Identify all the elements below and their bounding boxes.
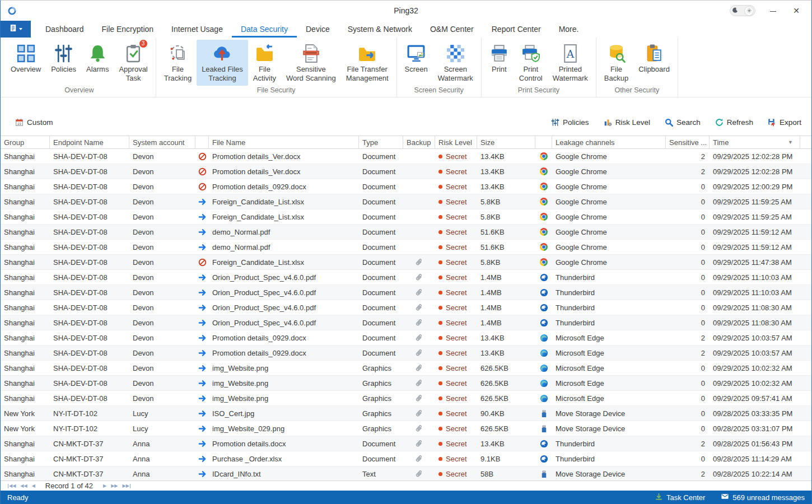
tab-report-center[interactable]: Report Center <box>483 21 550 38</box>
tab-o-m-center[interactable]: O&M Center <box>421 21 483 38</box>
ribbon-item-approval-task[interactable]: 3Approval Task <box>114 40 152 86</box>
cell-time: 09/29/2025 10:03:57 AM <box>710 330 800 345</box>
nav-next-page-button[interactable]: ▶▶ <box>109 482 120 491</box>
cell-type: Document <box>359 194 403 209</box>
unread-messages-button[interactable]: 569 unread messages <box>721 492 805 502</box>
column-header-group[interactable]: Group <box>1 136 50 148</box>
ribbon-item-print-control[interactable]: Print Control <box>514 40 548 86</box>
table-row[interactable]: ShanghaiSHA-DEV-DT-08DevonOrion_Product_… <box>1 270 811 285</box>
tab-more[interactable]: More. <box>550 21 588 38</box>
table-row[interactable]: ShanghaiSHA-DEV-DT-08Devonimg_Website.pn… <box>1 376 811 391</box>
table-row[interactable]: ShanghaiSHA-DEV-DT-08DevonPromotion deta… <box>1 330 811 346</box>
screen-icon <box>407 41 426 65</box>
cell-endpoint: SHA-DEV-DT-08 <box>50 376 129 390</box>
cell-channel: Thunderbird <box>552 451 666 466</box>
table-row[interactable]: ShanghaiSHA-DEV-DT-08DevonOrion_Product_… <box>1 285 811 300</box>
app-menu-button[interactable] <box>1 21 31 38</box>
cell-channel_icon <box>535 391 552 405</box>
ribbon-item-alarms[interactable]: Alarms <box>81 40 114 86</box>
table-row[interactable]: ShanghaiSHA-DEV-DT-08DevonPromotion deta… <box>1 149 811 164</box>
risk-dot <box>438 306 442 310</box>
nav-last-button[interactable]: ▶▶ <box>120 482 133 491</box>
tab-data-security[interactable]: Data Security <box>232 21 297 38</box>
column-header-file[interactable]: File Name <box>209 136 359 148</box>
task-center-button[interactable]: Task Center <box>655 492 705 502</box>
tab-dashboard[interactable]: Dashboard <box>36 21 93 38</box>
close-button[interactable]: ✕ <box>790 5 802 16</box>
table-row[interactable]: ShanghaiSHA-DEV-DT-08Devondemo_Normal.pd… <box>1 240 811 255</box>
ribbon-item-policies[interactable]: Policies <box>46 40 81 86</box>
ribbon-item-screen[interactable]: Screen <box>400 40 433 86</box>
table-row[interactable]: ShanghaiSHA-DEV-DT-08DevonPromotion deta… <box>1 346 811 361</box>
cell-time: 09/29/2025 11:08:30 AM <box>710 300 800 315</box>
table-row[interactable]: New YorkNY-IT-DT-102LucyISO_Cert.jpgGrap… <box>1 406 811 421</box>
risk-dot <box>438 427 442 431</box>
column-header-sensitive[interactable]: Sensitive ... <box>666 136 710 148</box>
cell-file: Orion_Product_Spec_v4.6.0.pdf <box>209 315 359 330</box>
notification-badge: 3 <box>139 39 148 48</box>
nav-prev-button[interactable]: ◀ <box>30 482 38 491</box>
table-row[interactable]: ShanghaiSHA-DEV-DT-08Devonimg_Website.pn… <box>1 391 811 406</box>
table-row[interactable]: ShanghaiSHA-DEV-DT-08DevonForeign_Candid… <box>1 255 811 270</box>
column-header-risk[interactable]: Risk Level <box>435 136 477 148</box>
cell-file_icon <box>195 391 209 405</box>
cell-filler <box>800 376 811 390</box>
column-header-endpoint[interactable]: Endpoint Name <box>50 136 129 148</box>
table-row[interactable]: ShanghaiCN-MKT-DT-37AnnaPurchase _Order.… <box>1 451 811 466</box>
column-header-file_icon[interactable] <box>195 136 209 148</box>
table-row[interactable]: ShanghaiSHA-DEV-DT-08DevonForeign_Candid… <box>1 209 811 225</box>
tab-system-network[interactable]: System & Network <box>339 21 421 38</box>
main-tabs: DashboardFile EncryptionInternet UsageDa… <box>36 21 587 38</box>
cell-file_icon <box>195 421 209 436</box>
column-header-type[interactable]: Type <box>359 136 403 148</box>
ribbon-item-file-activity[interactable]: File Activity <box>248 40 281 86</box>
nav-prev-page-button[interactable]: ◀◀ <box>18 482 29 491</box>
minimize-button[interactable] <box>767 5 779 16</box>
column-header-size[interactable]: Size <box>477 136 535 148</box>
ribbon-item-file-transfer-management[interactable]: File Transfer Management <box>341 40 394 86</box>
ribbon-item-file-backup[interactable]: File Backup <box>599 40 633 86</box>
column-header-account[interactable]: System account <box>129 136 195 148</box>
risk-dot <box>438 230 442 234</box>
table-row[interactable]: ShanghaiCN-MKT-DT-37AnnaPromotion detail… <box>1 436 811 451</box>
nav-first-button[interactable]: ◀◀ <box>5 482 18 491</box>
cell-group: Shanghai <box>1 149 50 164</box>
custom-button[interactable]: 23Custom <box>15 118 53 127</box>
ribbon-item-clipboard[interactable]: Clipboard <box>633 40 675 86</box>
table-row[interactable]: ShanghaiSHA-DEV-DT-08DevonOrion_Product_… <box>1 300 811 315</box>
ribbon-item-screen-watermark[interactable]: Screen Watermark <box>433 40 478 86</box>
table-row[interactable]: ShanghaiSHA-DEV-DT-08DevonOrion_Product_… <box>1 315 811 330</box>
tab-file-encryption[interactable]: File Encryption <box>93 21 163 38</box>
risk-level-button[interactable]: Risk Level <box>604 118 650 127</box>
refresh-button[interactable]: Refresh <box>715 118 753 127</box>
tab-internet-usage[interactable]: Internet Usage <box>162 21 232 38</box>
ribbon-item-print[interactable]: Print <box>484 40 514 86</box>
tab-device[interactable]: Device <box>297 21 339 38</box>
policies-button[interactable]: Policies <box>551 118 589 127</box>
table-row[interactable]: ShanghaiSHA-DEV-DT-08DevonPromotion deta… <box>1 164 811 179</box>
search-button[interactable]: Search <box>665 118 701 127</box>
table-row[interactable]: New YorkNY-IT-DT-102Lucyimg_Website_029.… <box>1 421 811 436</box>
risk-label: Secret <box>446 379 467 388</box>
table-row[interactable]: ShanghaiCN-MKT-DT-37AnnaIDcard_INfo.txtT… <box>1 466 811 480</box>
ribbon-item-file-tracking[interactable]: File Tracking <box>159 40 197 86</box>
ribbon-item-sensitive-word-scanning[interactable]: Sensitive Word Scanning <box>281 40 341 86</box>
column-header-channel_icon[interactable] <box>535 136 552 148</box>
cell-channel: Thunderbird <box>552 270 666 284</box>
column-header-time[interactable]: Time▼ <box>710 136 800 148</box>
table-row[interactable]: ShanghaiSHA-DEV-DT-08Devonimg_Website.pn… <box>1 361 811 376</box>
table-row[interactable]: ShanghaiSHA-DEV-DT-08Devondemo_Normal.pd… <box>1 225 811 240</box>
theme-toggle[interactable] <box>730 5 755 16</box>
cell-endpoint: SHA-DEV-DT-08 <box>50 285 129 300</box>
column-header-channel[interactable]: Leakage channels <box>552 136 666 148</box>
nav-next-button[interactable]: ▶ <box>101 482 109 491</box>
ribbon-item-printed-watermark[interactable]: APrinted Watermark <box>548 40 593 86</box>
filter-dropdown-icon[interactable]: ▼ <box>788 139 797 145</box>
ribbon-item-leaked-files-tracking[interactable]: Leaked Files Tracking <box>197 40 248 86</box>
table-row[interactable]: ShanghaiSHA-DEV-DT-08DevonPromotion deta… <box>1 179 811 194</box>
column-header-backup[interactable]: Backup <box>403 136 435 148</box>
table-row[interactable]: ShanghaiSHA-DEV-DT-08DevonForeign_Candid… <box>1 194 811 209</box>
cell-size: 13.4KB <box>477 346 535 360</box>
ribbon-item-overview[interactable]: Overview <box>6 40 46 86</box>
export-button[interactable]: Export <box>768 118 801 127</box>
